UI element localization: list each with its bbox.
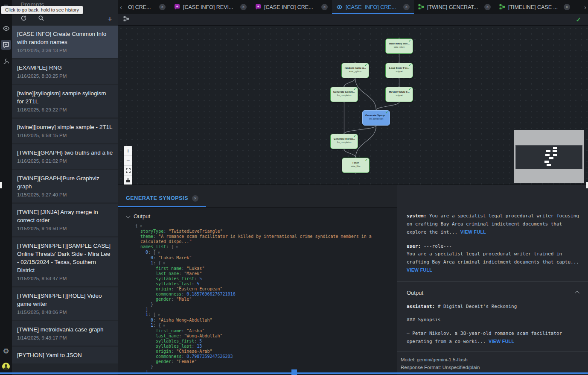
view-full-link[interactable]: VIEW FULL xyxy=(407,267,432,272)
layout-graph-icon[interactable] xyxy=(123,16,129,23)
json-token: "Eastern European" xyxy=(176,287,222,291)
json-token: syllables_last xyxy=(156,281,192,286)
json-token: 5 xyxy=(197,281,199,286)
graph-node-generate_common[interactable]: Generate Comm...llm_completion✓ xyxy=(330,87,358,102)
left-icon-rail: ⚙ xyxy=(0,0,12,375)
graph-node-random_name[interactable]: random name g...exec_python✓ xyxy=(341,63,369,78)
node-success-check-icon: ✓ xyxy=(408,63,411,67)
panel-resize-handle[interactable] xyxy=(291,369,297,375)
search-icon[interactable] xyxy=(38,15,44,23)
close-icon[interactable]: × xyxy=(484,4,491,10)
json-token: 0.7987359247526203 xyxy=(186,354,233,359)
editor-tab[interactable]: [CASE INFO] CRE...× xyxy=(251,0,332,14)
prompt-list-item[interactable]: [PYTHON] Yaml to JSON xyxy=(12,347,118,363)
prompt-list-item[interactable]: [CASE INFO] Create Common Info with rand… xyxy=(12,26,118,58)
tabs-scroll-right-icon[interactable]: › xyxy=(582,3,588,11)
collapse-caret[interactable]: v xyxy=(176,245,178,249)
prompt-timestamp: 1/16/2025, 6:29:22 PM xyxy=(17,106,113,113)
close-icon[interactable]: × xyxy=(321,4,328,10)
graph-node-filter[interactable]: Filterstate_filter✓ xyxy=(342,158,370,173)
editor-tab[interactable]: [TIMELINE] CASE ...× xyxy=(495,0,574,14)
prompt-list-item[interactable]: [EXAMPLE] RNG1/16/2025, 8:30:25 PM xyxy=(12,59,118,84)
prompt-list-item[interactable]: [TWINE][SNIPPET][SAMPLE CASE] Online Thr… xyxy=(12,237,118,286)
collapse-caret[interactable]: v xyxy=(163,261,165,265)
json-tree: {vstoryType: "TwistedLoveTriangle"theme:… xyxy=(118,223,397,375)
editor-tab[interactable]: O] CRE...× xyxy=(124,0,170,14)
editor-tab[interactable]: [TWINE] GENERAT...× xyxy=(414,0,495,14)
tab-generate-synopsis[interactable]: GENERATE SYNOPSIS × xyxy=(118,190,206,207)
prompt-title: [TWINE][SNIPPET][ROLE] Video game writer xyxy=(17,292,113,308)
collapse-caret[interactable]: v xyxy=(163,324,165,328)
main-area: ‹ O] CRE...×[CASE INFO] REVI...×[CASE IN… xyxy=(118,0,588,375)
resize-handle-right[interactable] xyxy=(586,182,588,188)
prompt-list-item[interactable]: [TWINE][GRAPH} two truths and a lie1/16/… xyxy=(12,144,118,169)
account-avatar-icon[interactable] xyxy=(1,361,11,372)
json-token: : xyxy=(153,261,158,265)
collapse-caret[interactable]: v xyxy=(140,224,142,228)
json-token: "Chinese-Arab" xyxy=(176,349,212,354)
close-icon[interactable]: × xyxy=(159,4,166,10)
editor-tab[interactable]: [CASE_INFO] CRE...× xyxy=(332,0,414,14)
node-subtitle: llm_completion xyxy=(331,141,358,144)
json-token: : xyxy=(153,255,158,260)
fit-view-button[interactable] xyxy=(124,166,132,176)
run-success-check-icon: ✓ xyxy=(576,16,581,23)
refresh-icon[interactable] xyxy=(20,15,27,23)
node-success-check-icon: ✓ xyxy=(408,39,411,43)
json-token: "A romance scam facilitator is killed by… xyxy=(158,234,372,239)
node-subtitle: exec_python xyxy=(342,70,369,73)
json-line: commonness: 0.7987359247526203 xyxy=(118,354,397,359)
view-full-link[interactable]: VIEW FULL xyxy=(460,229,486,234)
json-line: 0: "Aisha Wong-Abdullah" xyxy=(118,318,397,323)
close-icon[interactable]: × xyxy=(564,4,570,10)
eye-icon[interactable] xyxy=(1,23,11,33)
json-line: ] xyxy=(118,369,397,375)
graph-node-generate_synopsis[interactable]: Generate Synop...llm_completion✓ xyxy=(362,110,390,126)
resize-handle-left[interactable] xyxy=(0,182,2,188)
tabs-scroll-left-icon[interactable]: ‹ xyxy=(118,3,124,11)
prompt-list-item[interactable]: [twine][journey] simple sample - 2T1L1/1… xyxy=(12,119,118,143)
graph-icon xyxy=(499,4,505,10)
close-icon[interactable]: × xyxy=(192,195,198,202)
close-icon[interactable]: × xyxy=(240,4,247,10)
graph-node-state_mkey[interactable]: state mkey stor...state_mkey✓ xyxy=(385,38,413,54)
prompts-icon[interactable] xyxy=(1,40,11,50)
json-token: [ xyxy=(153,250,156,255)
zoom-out-button[interactable]: − xyxy=(124,156,132,166)
tab-label: [CASE INFO] REVI... xyxy=(183,4,237,10)
minimap[interactable] xyxy=(514,130,584,183)
collapse-caret[interactable]: v xyxy=(158,313,160,317)
output-section-header[interactable]: Output xyxy=(118,213,397,220)
view-full-link[interactable]: VIEW FULL xyxy=(489,339,514,344)
graph-node-generate_intro[interactable]: Generate Introd...llm_completion✓ xyxy=(330,134,358,149)
prompt-title: [twine][syllogism] sample syllogism for … xyxy=(17,89,113,105)
prompt-list-item[interactable]: [TWINE] [JINJA] Array merge in correct o… xyxy=(12,204,118,236)
add-prompt-button[interactable]: + xyxy=(108,16,112,23)
prompt-title: [TWINE][SNIPPET][SAMPLE CASE] Online Thr… xyxy=(17,242,113,274)
settings-gear-icon[interactable]: ⚙ xyxy=(1,346,11,356)
node-graph-canvas[interactable]: state mkey stor...state_mkey✓random name… xyxy=(118,26,588,185)
prompt-list-item[interactable]: [TWINE] metroidvania case graph1/14/2025… xyxy=(12,321,118,346)
prompt-list-item[interactable]: [twine][syllogism] sample syllogism for … xyxy=(12,85,118,117)
editor-tab[interactable]: [CASE INFO] REVI...× xyxy=(170,0,251,14)
json-token: { xyxy=(135,223,138,228)
close-icon[interactable]: × xyxy=(403,4,410,10)
lock-button[interactable] xyxy=(124,176,132,185)
workflow-icon[interactable] xyxy=(1,56,11,67)
json-token: 13 xyxy=(197,344,202,349)
collapse-caret[interactable]: v xyxy=(158,251,160,255)
graph-node-load_story[interactable]: Load Story For...snippet✓ xyxy=(385,63,413,78)
prompt-list-item[interactable]: [TWINE][SNIPPET][ROLE] Video game writer… xyxy=(12,287,118,320)
json-line: calculated dispo..." xyxy=(118,239,397,244)
tab-label: [TWINE] GENERAT... xyxy=(427,4,481,10)
inspector-output-header[interactable]: Output xyxy=(407,290,579,296)
assistant-output: assistant: # Digital Deceit's Reckoning … xyxy=(407,303,579,352)
prompt-list-item[interactable]: [TWINE][GRAPH]Pure Graphviz graph1/15/20… xyxy=(12,170,118,202)
json-token: : xyxy=(148,312,153,317)
graph-node-mystery_style[interactable]: Mystery Style F...snippet✓ xyxy=(385,87,413,102)
prompt-list: [CASE INFO] Create Common Info with rand… xyxy=(12,26,118,363)
node-success-check-icon: ✓ xyxy=(364,63,367,67)
prompt-icon xyxy=(174,4,180,10)
tab-bar: ‹ O] CRE...×[CASE INFO] REVI...×[CASE IN… xyxy=(118,0,588,14)
zoom-in-button[interactable]: + xyxy=(124,146,132,156)
